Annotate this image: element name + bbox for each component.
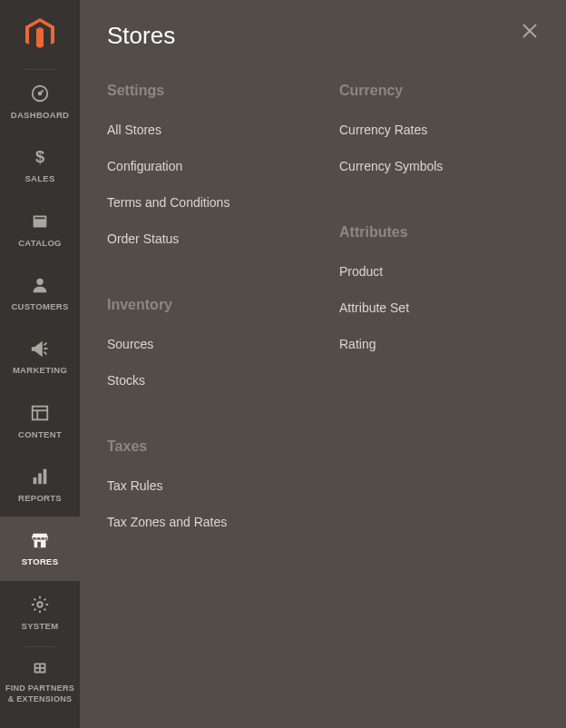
svg-rect-10 [38,473,42,484]
svg-rect-9 [34,477,37,484]
group-title: Inventory [107,297,307,313]
nav-label: MARKETING [13,365,67,376]
group-settings: Settings All Stores Configuration Terms … [107,83,307,257]
link-currency-symbols[interactable]: Currency Symbols [339,148,539,184]
link-tax-rules[interactable]: Tax Rules [107,478,307,504]
svg-rect-19 [41,669,44,672]
nav-content[interactable]: CONTENT [0,389,80,453]
stores-panel: Stores Settings All Stores Configuration… [80,0,566,728]
group-inventory: Inventory Sources Stocks [107,297,307,398]
nav-label: CONTENT [18,429,62,440]
nav-sales[interactable]: $ SALES [0,133,80,197]
svg-rect-17 [41,664,44,667]
group-taxes: Taxes Tax Rules Tax Zones and Rates [107,438,307,540]
link-configuration[interactable]: Configuration [107,148,307,184]
admin-sidebar: DASHBOARD $ SALES CATALOG CUSTOMERS MARK… [0,0,80,728]
svg-rect-4 [35,217,45,219]
stores-icon [29,529,51,551]
dashboard-icon [29,83,51,104]
nav-dashboard[interactable]: DASHBOARD [0,70,80,133]
nav-system[interactable]: SYSTEM [0,581,80,644]
catalog-icon [29,211,51,232]
link-rating[interactable]: Rating [339,326,539,362]
link-all-stores[interactable]: All Stores [107,123,307,148]
svg-rect-18 [35,669,39,672]
nav-label: FIND PARTNERS & EXTENSIONS [4,684,76,704]
nav-label: SYSTEM [22,621,59,632]
system-icon [29,594,51,615]
magento-logo[interactable] [22,16,58,53]
link-product[interactable]: Product [339,264,539,290]
group-title: Settings [107,83,307,99]
panel-col-right: Currency Currency Rates Currency Symbols… [339,83,539,580]
nav-label: CATALOG [18,238,62,249]
link-order-status[interactable]: Order Status [107,221,307,257]
link-stocks[interactable]: Stocks [107,362,307,398]
link-terms-conditions[interactable]: Terms and Conditions [107,184,307,221]
svg-rect-6 [33,406,48,419]
svg-rect-13 [37,542,41,547]
svg-point-1 [39,93,42,95]
panel-title: Stores [107,22,539,50]
panel-columns: Settings All Stores Configuration Terms … [107,83,539,580]
content-icon [29,402,51,424]
nav-label: SALES [24,173,54,184]
nav-reports[interactable]: REPORTS [0,453,80,516]
panel-col-left: Settings All Stores Configuration Terms … [107,83,307,580]
partners-icon [29,656,51,678]
group-title: Attributes [339,224,539,241]
nav-label: CUSTOMERS [11,301,68,312]
group-currency: Currency Currency Rates Currency Symbols [339,83,539,184]
nav-customers[interactable]: CUSTOMERS [0,261,80,325]
nav-find-partners[interactable]: FIND PARTNERS & EXTENSIONS [0,647,80,721]
svg-text:$: $ [35,147,44,166]
svg-rect-16 [35,664,39,667]
link-attribute-set[interactable]: Attribute Set [339,290,539,326]
svg-point-14 [37,602,43,607]
customers-icon [29,274,51,296]
nav-label: REPORTS [18,493,62,504]
marketing-icon [29,338,51,359]
reports-icon [29,466,51,487]
sales-icon: $ [29,146,51,168]
link-currency-rates[interactable]: Currency Rates [339,123,539,148]
close-button[interactable] [519,20,541,42]
nav-catalog[interactable]: CATALOG [0,198,80,261]
link-sources[interactable]: Sources [107,337,307,362]
svg-point-5 [36,279,43,285]
nav-label: DASHBOARD [11,110,69,121]
group-title: Taxes [107,438,307,455]
group-attributes: Attributes Product Attribute Set Rating [339,224,539,362]
svg-rect-11 [44,469,47,485]
nav-marketing[interactable]: MARKETING [0,325,80,389]
close-icon [519,20,541,42]
nav-stores[interactable]: STORES [0,516,80,580]
nav-label: STORES [22,556,59,567]
svg-rect-15 [34,664,46,674]
group-title: Currency [339,83,539,99]
link-tax-zones-rates[interactable]: Tax Zones and Rates [107,504,307,540]
magento-logo-icon [22,16,58,53]
